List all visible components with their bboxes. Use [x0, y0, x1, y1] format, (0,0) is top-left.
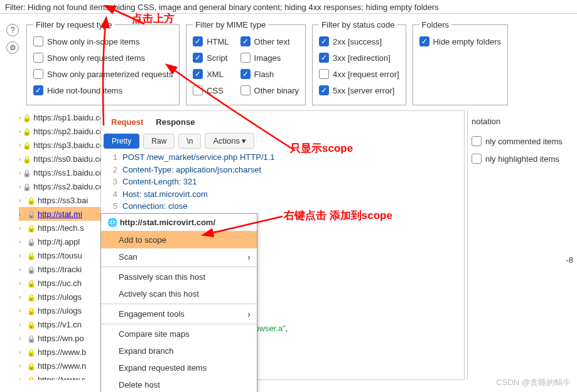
- context-menu[interactable]: 🌐 http://stat.microvirt.com/ Add to scop…: [100, 213, 257, 392]
- mime-b-0[interactable]: Other text: [240, 33, 299, 50]
- tree-row[interactable]: ›https://uc.ch: [19, 276, 100, 290]
- site-tree[interactable]: ›https://sp1.baidu.com›https://sp2.baidu…: [0, 110, 100, 380]
- checkbox-icon[interactable]: [319, 69, 329, 79]
- checkbox-icon[interactable]: [319, 36, 329, 46]
- mime-b-3[interactable]: Other binary: [240, 82, 299, 98]
- tree-row[interactable]: ›https://ulogs: [19, 304, 100, 317]
- tree-row[interactable]: ›https://www.b: [19, 345, 100, 359]
- chevron-right-icon: ›: [19, 363, 25, 369]
- checkbox-icon[interactable]: [33, 53, 43, 63]
- checkbox-label: 4xx [request error]: [333, 70, 399, 79]
- menu-item[interactable]: Add to scope: [101, 231, 257, 248]
- menu-item[interactable]: Expand branch: [101, 342, 257, 359]
- tree-row[interactable]: ›https://tracki: [19, 262, 100, 276]
- tree-row[interactable]: ›https://ss0.baidu.com: [19, 152, 100, 166]
- view-actions[interactable]: Actions ▾: [205, 133, 254, 149]
- mime-type-group: Filter by MIME type HTMLScriptXMLCSSOthe…: [186, 20, 306, 105]
- view-newline[interactable]: \n: [178, 134, 201, 149]
- chevron-right-icon: ›: [19, 114, 21, 121]
- filter-summary-bar[interactable]: Filter: Hiding not found items; hiding C…: [0, 0, 577, 14]
- ann-0[interactable]: nly commented items: [472, 132, 573, 150]
- panel-side-icons: ? ⚙: [6, 20, 21, 105]
- checkbox-label: Show only requested items: [47, 53, 145, 63]
- reqtype-3[interactable]: Hide not-found items: [33, 82, 173, 98]
- tab-request[interactable]: Request: [111, 117, 143, 127]
- tree-row[interactable]: ›https://tousu: [19, 248, 100, 262]
- tree-row[interactable]: ›https://wn.po: [19, 331, 100, 345]
- tree-row[interactable]: ›https://ss1.baidu.com: [19, 166, 100, 179]
- lock-icon: [27, 361, 36, 370]
- reqtype-2[interactable]: Show only parameterized requests: [33, 66, 173, 82]
- checkbox-icon[interactable]: [193, 36, 203, 46]
- mime-b-1[interactable]: Images: [240, 50, 299, 66]
- menu-item[interactable]: Engagement tools: [101, 305, 257, 322]
- mime-b-2[interactable]: Flash: [240, 66, 299, 82]
- status-0[interactable]: 2xx [success]: [319, 33, 399, 50]
- tree-row[interactable]: ›https://www.s: [19, 373, 100, 380]
- tree-row[interactable]: ›https://v1.cn: [19, 317, 100, 331]
- tree-row[interactable]: ›https://ss3.bai: [19, 193, 100, 207]
- checkbox-icon[interactable]: [472, 136, 482, 146]
- checkbox-icon[interactable]: [419, 36, 429, 46]
- menu-item[interactable]: Expand requested items: [101, 359, 257, 376]
- status-1[interactable]: 3xx [redirection]: [319, 50, 399, 66]
- checkbox-icon[interactable]: [193, 53, 203, 63]
- menu-item[interactable]: Actively scan this host: [101, 285, 257, 302]
- checkbox-icon[interactable]: [240, 53, 251, 63]
- checkbox-icon[interactable]: [33, 69, 43, 79]
- checkbox-icon[interactable]: [319, 53, 329, 63]
- checkbox-icon[interactable]: [33, 36, 43, 46]
- folders-0[interactable]: Hide empty folders: [419, 33, 501, 50]
- checkbox-icon[interactable]: [319, 85, 329, 95]
- status-3[interactable]: 5xx [server error]: [319, 82, 399, 98]
- mime-a-0[interactable]: HTML: [193, 33, 229, 50]
- checkbox-icon[interactable]: [472, 154, 482, 164]
- chevron-right-icon: ›: [19, 280, 25, 287]
- menu-item[interactable]: Compare site maps: [101, 326, 257, 342]
- view-pretty[interactable]: Pretty: [104, 134, 139, 149]
- reqtype-1[interactable]: Show only requested items: [33, 50, 173, 66]
- mime-a-1[interactable]: Script: [193, 50, 229, 66]
- tree-label: https://ulogs: [38, 306, 82, 315]
- mime-a-2[interactable]: XML: [193, 66, 229, 82]
- tree-row[interactable]: ›https://tech.s: [19, 221, 100, 235]
- menu-item[interactable]: Passively scan this host: [101, 268, 257, 285]
- tree-label: https://sp2.baidu.com: [33, 127, 100, 136]
- checkbox-icon[interactable]: [240, 85, 251, 95]
- tab-response[interactable]: Response: [156, 117, 195, 127]
- checkbox-label: CSS: [207, 86, 224, 95]
- menu-item[interactable]: Delete host: [101, 376, 257, 392]
- view-raw[interactable]: Raw: [143, 134, 175, 149]
- checkbox-icon[interactable]: [193, 85, 203, 95]
- status-code-group: Filter by status code 2xx [success]3xx […: [312, 20, 406, 105]
- tree-label: https://ss2.baidu.com: [33, 182, 100, 191]
- checkbox-icon[interactable]: [240, 36, 251, 46]
- tree-label: https://ss0.baidu.com: [33, 154, 100, 164]
- lock-icon: [23, 127, 31, 135]
- tree-label: https://ss1.baidu.com: [33, 168, 100, 177]
- tree-row[interactable]: ›http://tj.appl: [19, 235, 100, 248]
- annotation-panel: notation nly commented itemsnly highligh…: [467, 110, 577, 380]
- menu-item[interactable]: Scan: [101, 248, 257, 265]
- checkbox-icon[interactable]: [33, 85, 43, 95]
- help-icon[interactable]: ?: [6, 24, 19, 36]
- tree-label: https://ulogs: [38, 292, 82, 302]
- gear-icon[interactable]: ⚙: [6, 41, 19, 54]
- lock-icon: [27, 251, 36, 260]
- folders-legend: Folders: [419, 20, 451, 29]
- tree-label: https://sp3.baidu.com: [33, 140, 100, 150]
- reqtype-0[interactable]: Show only in-scope items: [33, 33, 173, 50]
- ann-1[interactable]: nly highlighted items: [472, 150, 573, 167]
- tree-row[interactable]: ›http://stat.mi: [19, 207, 100, 221]
- tree-row[interactable]: ›https://sp1.baidu.com: [19, 110, 100, 124]
- tree-label: https://uc.ch: [38, 278, 82, 288]
- mime-a-3[interactable]: CSS: [193, 82, 229, 98]
- tree-row[interactable]: ›https://sp3.baidu.com: [19, 138, 100, 152]
- tree-row[interactable]: ›https://ss2.baidu.com: [19, 179, 100, 193]
- status-2[interactable]: 4xx [request error]: [319, 66, 399, 82]
- tree-row[interactable]: ›https://sp2.baidu.com: [19, 124, 100, 138]
- tree-row[interactable]: ›https://ulogs: [19, 290, 100, 304]
- checkbox-icon[interactable]: [240, 69, 251, 79]
- tree-row[interactable]: ›https://www.n: [19, 359, 100, 373]
- checkbox-icon[interactable]: [193, 69, 203, 79]
